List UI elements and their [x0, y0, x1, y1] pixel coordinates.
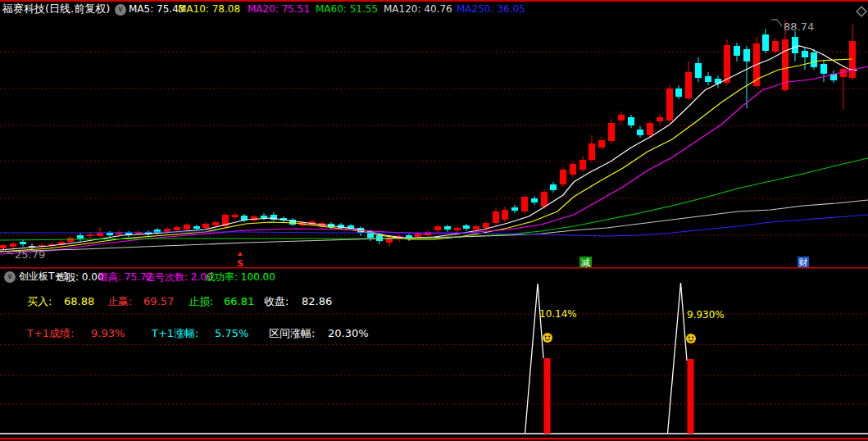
candle-body — [647, 123, 653, 135]
event-flag[interactable]: 财 — [799, 257, 808, 268]
candle-body — [589, 143, 595, 160]
candle-body — [734, 46, 740, 56]
candle-body — [792, 37, 798, 53]
smiley-icon — [543, 333, 552, 343]
signal-spike-line — [525, 284, 544, 434]
candle-body — [511, 207, 518, 211]
candle-body — [637, 130, 643, 135]
candle-body — [657, 117, 663, 121]
candle-body — [560, 170, 566, 184]
chart-canvas[interactable]: 88.7425.79S减财10.14%9.930% — [0, 0, 868, 441]
candle-body — [705, 76, 711, 82]
candle-body — [598, 140, 605, 148]
candle-body — [772, 41, 779, 52]
pane-divider — [0, 267, 868, 269]
top-border — [0, 0, 868, 2]
candle-body — [695, 63, 702, 78]
sell-marker-arrow-icon — [238, 252, 243, 256]
bottom-border — [0, 438, 868, 439]
candle-body — [434, 226, 441, 230]
candle-body — [251, 216, 257, 220]
candle-body — [202, 224, 209, 228]
candle-body — [212, 222, 219, 225]
candle-body — [97, 233, 103, 236]
candle-body — [77, 235, 84, 239]
signal-spike-line — [668, 283, 688, 434]
candle-body — [618, 115, 625, 120]
stock-chart-window: 88.7425.79S减财10.14%9.930% 福赛科技(日线.前复权) ∨… — [0, 0, 868, 441]
candle-body — [164, 229, 170, 232]
candle-body — [415, 234, 421, 237]
candle-body — [20, 242, 26, 244]
candle-body — [608, 123, 615, 141]
high-price-label-arrow — [771, 20, 782, 26]
candle-body — [724, 45, 730, 83]
candle-body — [454, 228, 461, 230]
sell-marker: S — [237, 258, 243, 269]
candle-body — [743, 49, 750, 61]
candle-body — [261, 216, 267, 218]
candle-body — [811, 52, 817, 67]
candle-body — [232, 215, 239, 217]
ma-line-ma60 — [0, 158, 868, 240]
ma-line-ma10 — [0, 59, 852, 252]
signal-pct-label: 10.14% — [539, 308, 577, 320]
signal-bar — [688, 359, 694, 434]
bottom-border-shadow — [0, 439, 868, 440]
candle-body — [10, 243, 16, 247]
candle-body — [463, 225, 470, 229]
candle-body — [521, 197, 528, 211]
high-price-label: 88.74 — [784, 20, 814, 33]
candle-body — [820, 64, 827, 74]
event-flag[interactable]: 减 — [581, 257, 590, 268]
candle-body — [174, 227, 180, 230]
candle-body — [666, 89, 673, 120]
candle-body — [628, 117, 634, 125]
candle-body — [685, 72, 692, 98]
candle-body — [483, 223, 489, 228]
candle-body — [473, 226, 479, 230]
diamond-icon — [857, 7, 866, 16]
candle-body — [502, 210, 508, 220]
candle-body — [493, 211, 499, 223]
candle-body — [802, 51, 808, 57]
candle-body — [107, 233, 113, 235]
candle-body — [444, 226, 451, 230]
candle-body — [531, 198, 538, 202]
candle-body — [762, 34, 769, 51]
candle-body — [541, 192, 548, 207]
candle-body — [579, 160, 586, 170]
signal-pct-label: 9.930% — [687, 309, 725, 321]
low-price-label: 25.79 — [15, 248, 45, 261]
smiley-icon — [686, 334, 696, 343]
candle-body — [675, 89, 682, 97]
candle-body — [193, 226, 200, 229]
candle-body — [570, 164, 576, 175]
candle-body — [87, 234, 93, 236]
candle-body — [550, 184, 557, 190]
signal-bar — [544, 358, 551, 434]
candle-body — [184, 225, 190, 230]
